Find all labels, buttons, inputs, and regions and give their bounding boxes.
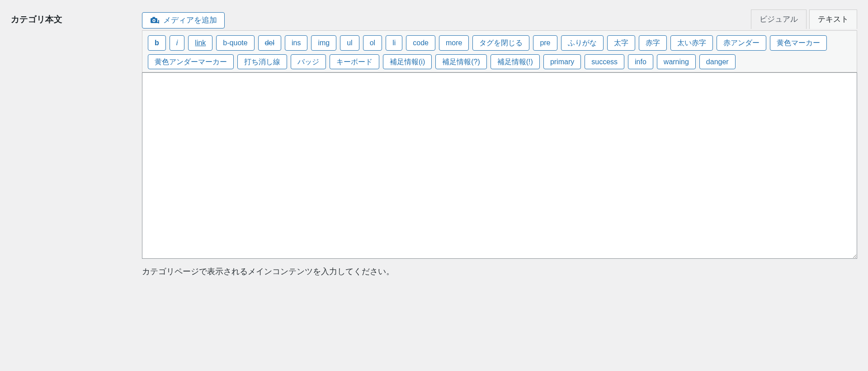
qt-bold[interactable]: b [148,35,166,51]
qt-info[interactable]: info [628,54,653,70]
editor-section: カテゴリ本文 メディアを追加 ビジュアル テキ [0,0,868,371]
qt-li[interactable]: li [386,35,402,51]
right-column: メディアを追加 ビジュアル テキスト bilinkb-quotedelinsim… [142,9,857,362]
qt-pre[interactable]: pre [533,35,557,51]
tab-visual[interactable]: ビジュアル [751,10,807,29]
qt-note-info[interactable]: 補足情報(i) [383,54,432,70]
qt-close-tags[interactable]: タグを閉じる [472,35,529,51]
section-title: カテゴリ本文 [11,14,133,25]
qt-blockquote[interactable]: b-quote [216,35,254,51]
qt-code[interactable]: code [406,35,435,51]
qt-danger[interactable]: danger [699,54,736,70]
help-text: カテゴリページで表示されるメインコンテンツを入力してください。 [142,266,857,277]
qt-italic[interactable]: i [170,35,185,51]
qt-link[interactable]: link [188,35,212,51]
qt-ol[interactable]: ol [363,35,382,51]
qt-img[interactable]: img [311,35,336,51]
qt-primary[interactable]: primary [543,54,581,70]
qt-note-alert[interactable]: 補足情報(!) [491,54,540,70]
qt-del[interactable]: del [258,35,281,51]
svg-point-3 [153,20,155,21]
left-column: カテゴリ本文 [11,9,133,362]
qt-strikethrough[interactable]: 打ち消し線 [237,54,287,70]
qt-note-question[interactable]: 補足情報(?) [435,54,487,70]
svg-rect-1 [152,17,155,18]
media-camera-icon [150,16,160,25]
qt-red-underline[interactable]: 赤アンダー [717,35,766,51]
qt-yellow-under-marker[interactable]: 黄色アンダーマーカー [148,54,234,70]
qt-warning[interactable]: warning [657,54,696,70]
qt-badge[interactable]: バッジ [291,54,326,70]
qt-more[interactable]: more [439,35,469,51]
qt-ul[interactable]: ul [340,35,359,51]
qt-keyboard[interactable]: キーボード [330,54,379,70]
qt-bold-red[interactable]: 太い赤字 [670,35,713,51]
add-media-button[interactable]: メディアを追加 [142,12,225,29]
qt-futoji[interactable]: 太字 [607,35,635,51]
add-media-button-label: メディアを追加 [163,16,217,25]
qt-ruby[interactable]: ふりがな [561,35,604,51]
editor-topbar: メディアを追加 ビジュアル テキスト [142,9,857,29]
qt-yellow-marker[interactable]: 黄色マーカー [770,35,827,51]
editor-tabs: ビジュアル テキスト [748,9,857,29]
qt-success[interactable]: success [585,54,624,70]
qt-akaji[interactable]: 赤字 [639,35,667,51]
tab-text[interactable]: テキスト [809,10,857,29]
qt-ins[interactable]: ins [285,35,307,51]
content-textarea[interactable] [142,72,857,259]
quicktags-toolbar: bilinkb-quotedelinsimgulollicodemoreタグを閉… [142,30,857,72]
